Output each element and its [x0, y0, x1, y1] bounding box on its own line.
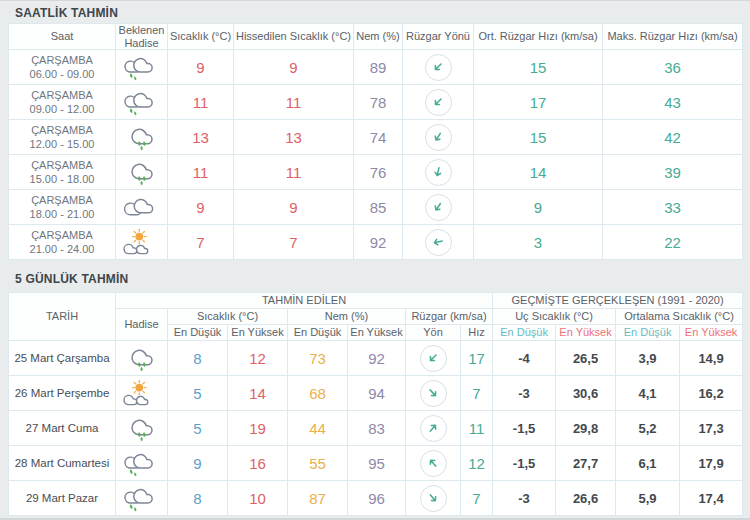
clouds-icon — [122, 193, 162, 222]
day-time-cell: ÇARŞAMBA 06.00 - 09.00 — [9, 50, 116, 85]
clouds-rain-icon — [122, 88, 162, 117]
group-header-ruzgar: Rüzgar (km/sa) — [406, 309, 493, 325]
column-header-beklenen-hadise: Beklenen Hadise — [116, 24, 168, 50]
extreme-high-cell: 30,6 — [556, 376, 616, 411]
daily-row: 26 Mart Perşembe 5 14 68 94 7 -3 30,6 4,… — [9, 376, 743, 411]
humidity-high-cell: 94 — [348, 376, 406, 411]
feels-like-cell: 11 — [234, 155, 354, 190]
avg-high-cell: 17,4 — [680, 481, 743, 516]
column-header-yon: Yön — [406, 325, 461, 341]
temp-high-cell: 16 — [228, 446, 288, 481]
avg-wind-speed-cell: 15 — [474, 50, 603, 85]
extreme-low-cell: -4 — [493, 341, 556, 376]
wind-direction-arrow-icon — [425, 89, 452, 116]
hourly-row: ÇARŞAMBA 09.00 - 12.00 11 11 78 17 43 — [9, 85, 743, 120]
weather-icon-cell — [116, 190, 168, 225]
clouds-rain-icon — [122, 449, 162, 478]
wind-direction-cell — [406, 446, 461, 481]
hourly-row: ÇARŞAMBA 18.00 - 21.00 9 9 85 9 33 — [9, 190, 743, 225]
time-range-label: 12.00 - 15.00 — [9, 137, 115, 151]
group-header-gecmiste-gerceklesen: GEÇMİŞTE GERÇEKLEŞEN (1991 - 2020) — [493, 293, 743, 309]
humidity-low-cell: 55 — [288, 446, 348, 481]
wind-direction-cell — [406, 481, 461, 516]
daily-row: 29 Mart Pazar 8 10 87 96 7 -3 26,6 5,9 1… — [9, 481, 743, 516]
temp-low-cell: 8 — [168, 341, 228, 376]
humidity-high-cell: 83 — [348, 411, 406, 446]
wind-speed-cell: 11 — [461, 411, 493, 446]
group-header-nem: Nem (%) — [288, 309, 406, 325]
temperature-cell: 11 — [168, 85, 234, 120]
column-header-hiz: Hız — [461, 325, 493, 341]
day-time-cell: ÇARŞAMBA 18.00 - 21.00 — [9, 190, 116, 225]
day-label: ÇARŞAMBA — [9, 193, 115, 207]
wind-direction-arrow-icon — [420, 485, 447, 512]
column-header-temp-high: En Yüksek — [228, 325, 288, 341]
rain-icon — [122, 158, 162, 187]
avg-wind-speed-cell: 9 — [474, 190, 603, 225]
time-range-label: 21.00 - 24.00 — [9, 242, 115, 256]
day-time-cell: ÇARŞAMBA 09.00 - 12.00 — [9, 85, 116, 120]
feels-like-cell: 13 — [234, 120, 354, 155]
extreme-low-cell: -3 — [493, 481, 556, 516]
extreme-high-cell: 26,5 — [556, 341, 616, 376]
weather-icon-cell — [116, 481, 168, 516]
column-header-avg-high: En Yüksek — [680, 325, 743, 341]
column-header-tarih: TARİH — [9, 293, 116, 341]
weather-icon-cell — [116, 411, 168, 446]
max-wind-speed-cell: 36 — [603, 50, 743, 85]
column-header-hum-high: En Yüksek — [348, 325, 406, 341]
humidity-low-cell: 73 — [288, 341, 348, 376]
avg-wind-speed-cell: 15 — [474, 120, 603, 155]
max-wind-speed-cell: 33 — [603, 190, 743, 225]
wind-direction-arrow-icon — [420, 345, 447, 372]
weather-icon-cell — [116, 446, 168, 481]
avg-low-cell: 5,2 — [616, 411, 680, 446]
sun-clouds-icon — [122, 379, 162, 408]
time-range-label: 06.00 - 09.00 — [9, 67, 115, 81]
day-label: ÇARŞAMBA — [9, 123, 115, 137]
weather-icon-cell — [116, 376, 168, 411]
date-cell: 27 Mart Cuma — [9, 411, 116, 446]
column-header-saat: Saat — [9, 24, 116, 50]
group-header-ortalama-sicaklik: Ortalama Sıcaklık (°C) — [616, 309, 743, 325]
group-header-tahmin-edilen: TAHMİN EDİLEN — [116, 293, 493, 309]
hourly-header-row: Saat Beklenen Hadise Sıcaklık (°C) Hisse… — [9, 24, 743, 50]
weather-icon-cell — [116, 120, 168, 155]
avg-high-cell: 17,9 — [680, 446, 743, 481]
wind-direction-arrow-icon — [420, 415, 447, 442]
clouds-rain-icon — [122, 53, 162, 82]
column-header-maks-ruzgar-hizi: Maks. Rüzgar Hızı (km/sa) — [603, 24, 743, 50]
humidity-cell: 76 — [354, 155, 403, 190]
temp-high-cell: 14 — [228, 376, 288, 411]
day-label: ÇARŞAMBA — [9, 88, 115, 102]
date-cell: 28 Mart Cumartesi — [9, 446, 116, 481]
humidity-high-cell: 96 — [348, 481, 406, 516]
column-header-ort-ruzgar-hizi: Ort. Rüzgar Hızı (km/sa) — [474, 24, 603, 50]
time-range-label: 09.00 - 12.00 — [9, 102, 115, 116]
temp-high-cell: 10 — [228, 481, 288, 516]
hourly-row: ÇARŞAMBA 06.00 - 09.00 9 9 89 15 36 — [9, 50, 743, 85]
wind-direction-arrow-icon — [420, 380, 447, 407]
column-header-avg-low: En Düşük — [616, 325, 680, 341]
feels-like-cell: 7 — [234, 225, 354, 260]
max-wind-speed-cell: 43 — [603, 85, 743, 120]
wind-direction-cell — [403, 155, 474, 190]
date-cell: 25 Mart Çarşamba — [9, 341, 116, 376]
weather-icon-cell — [116, 155, 168, 190]
wind-speed-cell: 12 — [461, 446, 493, 481]
temperature-cell: 13 — [168, 120, 234, 155]
daily-table-body: 25 Mart Çarşamba 8 12 73 92 17 -4 26,5 3… — [9, 341, 743, 516]
wind-speed-cell: 17 — [461, 341, 493, 376]
hourly-section-title: SAATLİK TAHMİN — [0, 1, 750, 23]
group-header-uc-sicaklik: Uç Sıcaklık (°C) — [493, 309, 616, 325]
wind-direction-cell — [403, 120, 474, 155]
temperature-cell: 9 — [168, 190, 234, 225]
temp-low-cell: 5 — [168, 376, 228, 411]
humidity-cell: 78 — [354, 85, 403, 120]
avg-wind-speed-cell: 14 — [474, 155, 603, 190]
wind-direction-arrow-icon — [425, 54, 452, 81]
humidity-low-cell: 68 — [288, 376, 348, 411]
extreme-low-cell: -1,5 — [493, 411, 556, 446]
column-header-ruzgar-yonu: Rüzgar Yönü — [403, 24, 474, 50]
sun-clouds-icon — [122, 228, 162, 257]
